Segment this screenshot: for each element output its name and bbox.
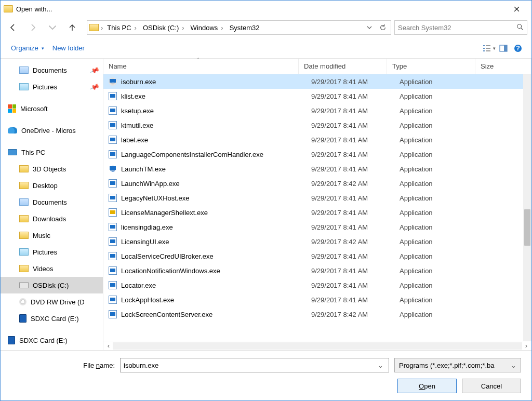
tree-item[interactable]: Downloads [1,210,103,227]
file-name: LocationNotificationWindows.exe [121,267,311,275]
file-row[interactable]: LicensingUI.exe9/29/2017 8:42 AMApplicat… [103,234,531,249]
file-row[interactable]: LocationNotificationWindows.exe9/29/2017… [103,263,531,278]
tree-item[interactable]: Videos [1,260,103,277]
file-row[interactable]: label.exe9/29/2017 8:41 AMApplication [103,132,531,147]
file-name: licensingdiag.exe [121,223,311,231]
new-folder-button[interactable]: New folder [48,41,89,55]
file-name: LaunchTM.exe [121,165,311,173]
file-row[interactable]: LockScreenContentServer.exe9/29/2017 8:4… [103,307,531,322]
scroll-right-icon[interactable]: › [522,342,530,350]
tree-item[interactable]: Desktop [1,177,103,194]
scroll-left-icon[interactable]: ‹ [104,342,113,350]
tree-item[interactable]: Pictures📌 [1,78,103,95]
file-row[interactable]: LaunchTM.exe9/29/2017 8:41 AMApplication [103,162,531,176]
tree-item[interactable]: Microsoft [1,100,103,117]
chevron-down-icon[interactable]: ⌄ [376,362,385,369]
tree-item-label: OSDisk (C:) [33,282,69,289]
cancel-button[interactable]: Cancel [462,379,521,393]
file-list[interactable]: isoburn.exe9/29/2017 8:41 AMApplicationk… [103,74,531,341]
file-type: Application [400,238,488,246]
tree-item-label: Downloads [33,215,66,223]
up-button[interactable] [66,21,78,34]
organize-menu[interactable]: Organize▾ [7,41,48,55]
file-date: 9/29/2017 8:41 AM [311,223,400,231]
file-type: Application [400,151,488,158]
tree-item[interactable]: OSDisk (C:) [1,277,103,293]
tree-item[interactable]: Documents [1,194,103,210]
tree-item[interactable]: Pictures [1,244,103,260]
file-row[interactable]: klist.exe9/29/2017 8:41 AMApplication [103,89,531,103]
back-button[interactable] [7,21,19,34]
svg-rect-5 [486,45,490,46]
file-row[interactable]: LaunchWinApp.exe9/29/2017 8:42 AMApplica… [103,176,531,191]
svg-rect-9 [504,45,507,51]
file-name: klist.exe [121,92,311,100]
file-row[interactable]: LicenseManagerShellext.exe9/29/2017 8:41… [103,205,531,220]
file-row[interactable]: licensingdiag.exe9/29/2017 8:41 AMApplic… [103,220,531,234]
filename-input[interactable] [124,362,376,369]
main-area: Documents📌Pictures📌MicrosoftOneDrive - M… [1,59,531,350]
column-date[interactable]: Date modified [299,59,387,74]
horizontal-scrollbar[interactable]: ‹ › [103,341,531,350]
tree-item-label: 3D Objects [33,165,66,173]
disc-icon [19,298,26,305]
column-type[interactable]: Type [387,59,475,74]
file-row[interactable]: ktmutil.exe9/29/2017 8:41 AMApplication [103,118,531,132]
file-row[interactable]: LegacyNetUXHost.exe9/29/2017 8:41 AMAppl… [103,191,531,205]
tree-item[interactable]: OneDrive - Micros [1,122,103,139]
tree-item[interactable]: 3D Objects [1,161,103,177]
tree-item-label: Music [33,232,50,239]
crumb-system32[interactable]: System32 [228,24,262,32]
file-row[interactable]: isoburn.exe9/29/2017 8:41 AMApplication [103,74,531,89]
crumb-windows[interactable]: Windows› [189,24,225,32]
column-size[interactable]: Size [475,59,531,74]
filetype-label: Programs (*.exe;*.pif;*.com;*.ba [399,362,495,369]
exe-icon [109,92,117,100]
column-name[interactable]: Name [103,59,299,74]
tree-item-label: Documents [33,198,67,206]
history-dropdown[interactable] [364,22,375,33]
close-button[interactable] [504,1,528,17]
file-row[interactable]: ksetup.exe9/29/2017 8:41 AMApplication [103,103,531,118]
filename-combo[interactable]: ⌄ [120,358,389,372]
file-type: Application [400,252,488,260]
exe-icon [109,223,117,231]
address-bar[interactable]: › This PC› OSDisk (C:)› Windows› System3… [87,20,391,35]
chevron-right-icon[interactable]: › [101,24,103,32]
search-box[interactable] [394,20,527,35]
filetype-combo[interactable]: Programs (*.exe;*.pif;*.com;*.ba ⌄ [394,358,521,372]
search-icon[interactable] [516,23,524,32]
file-row[interactable]: Locator.exe9/29/2017 8:41 AMApplication [103,278,531,292]
help-button[interactable]: ? [511,41,525,56]
open-button[interactable]: Open [397,379,457,393]
tree-item[interactable]: SDXC Card (E:) [1,332,103,349]
filename-row: File name: ⌄ Programs (*.exe;*.pif;*.com… [1,358,521,372]
crumb-thispc[interactable]: This PC› [105,24,139,32]
preview-pane-button[interactable] [496,41,511,56]
crumb-osdisk[interactable]: OSDisk (C:)› [141,24,187,32]
tree-item[interactable]: Music [1,227,103,244]
exe-icon [109,179,117,188]
file-type: Application [400,209,488,217]
file-row[interactable]: LocalServiceCredUIBroker.exe9/29/2017 8:… [103,249,531,263]
svg-rect-6 [486,48,490,49]
view-options[interactable]: ▾ [482,41,496,56]
file-row[interactable]: LanguageComponentsInstallerComHandler.ex… [103,147,531,162]
nav-tree[interactable]: Documents📌Pictures📌MicrosoftOneDrive - M… [1,59,103,350]
tree-item[interactable]: Documents📌 [1,62,103,78]
forward-button[interactable] [26,21,39,34]
folder-icon [19,232,29,239]
vertical-scrollbar[interactable] [523,74,531,341]
tree-item[interactable]: This PC [1,144,103,161]
refresh-button[interactable] [377,22,389,33]
search-input[interactable] [398,24,513,32]
recent-dropdown[interactable] [46,21,59,34]
chevron-down-icon[interactable]: ⌄ [511,362,516,369]
tree-item[interactable]: SDXC Card (E:) [1,310,103,327]
file-row[interactable]: LockAppHost.exe9/29/2017 8:41 AMApplicat… [103,292,531,307]
tree-item[interactable]: DVD RW Drive (D [1,293,103,310]
drive-icon [19,282,29,288]
pic-icon [19,83,29,90]
file-type: Application [400,136,488,144]
file-type: Application [400,194,488,202]
